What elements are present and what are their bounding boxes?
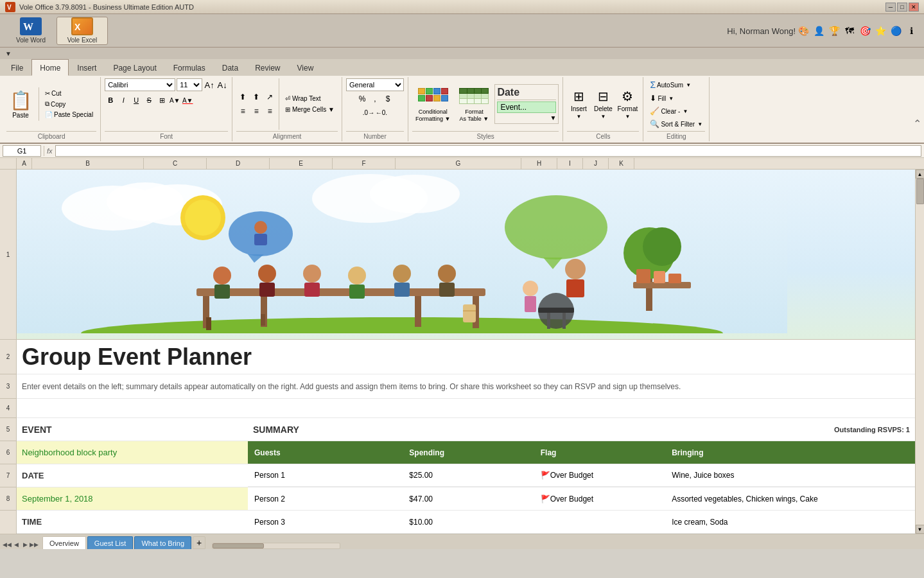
align-center-button[interactable]: ≡ <box>250 105 263 118</box>
select-all-button[interactable] <box>0 158 17 169</box>
strikethrough-button[interactable]: S <box>143 94 155 106</box>
sheet-tab-overview[interactable]: Overview <box>42 536 86 549</box>
scroll-thumb[interactable] <box>916 179 924 204</box>
align-top-left-button[interactable]: ⬆ <box>236 91 249 103</box>
formula-input[interactable] <box>55 145 921 157</box>
autosum-button[interactable]: Σ AutoSum ▼ <box>647 78 693 91</box>
col-header-a[interactable]: A <box>17 158 32 169</box>
comma-button[interactable]: , <box>369 93 381 105</box>
scroll-down-button[interactable]: ▼ <box>916 525 925 534</box>
clear-button[interactable]: 🧹 Clear - ▼ <box>647 105 690 117</box>
add-sheet-button[interactable]: + <box>193 536 205 549</box>
hscroll-track[interactable] <box>212 543 340 549</box>
paste-button[interactable]: 📋 Paste <box>6 87 35 121</box>
ribbon-tab-formulas[interactable]: Formulas <box>165 60 214 76</box>
event-value-cell[interactable]: Neighborhood block party <box>17 441 248 464</box>
percent-button[interactable]: % <box>356 93 368 105</box>
next-sheet-button[interactable]: ▶ <box>21 540 30 549</box>
align-top-center-button[interactable]: ⬆ <box>250 91 263 103</box>
format-button[interactable]: ⚙ Format ▼ <box>616 88 639 120</box>
row-header-3[interactable]: 3 <box>0 374 16 399</box>
qa-dropdown[interactable]: ▼ <box>5 50 12 57</box>
fill-color-button[interactable]: A▼ <box>169 94 180 106</box>
ribbon-tab-view[interactable]: View <box>289 60 322 76</box>
delete-button[interactable]: ⊟ Delete ▼ <box>591 88 615 120</box>
conditional-formatting-button[interactable]: ConditionalFormatting ▼ <box>412 83 453 125</box>
toolbar-icon-6[interactable]: ⭐ <box>874 24 887 37</box>
copy-button[interactable]: ⧉ Copy <box>42 99 96 109</box>
ribbon-tab-pagelayout[interactable]: Page Layout <box>105 60 164 76</box>
ribbon-tab-data[interactable]: Data <box>214 60 247 76</box>
align-left-button[interactable]: ≡ <box>236 105 249 118</box>
merge-cells-button[interactable]: ⊞ Merge Cells ▼ <box>282 105 338 114</box>
font-size-select[interactable]: 11 <box>177 78 202 91</box>
cell-style-dropdown[interactable]: ▼ <box>497 114 556 121</box>
cell-reference-box[interactable] <box>3 145 41 157</box>
toolbar-icon-5[interactable]: 🎯 <box>859 24 871 37</box>
scroll-track[interactable] <box>916 179 925 525</box>
vertical-scrollbar[interactable]: ▲ ▼ <box>915 170 924 534</box>
vole-word-tab[interactable]: W Vole Word <box>5 17 57 45</box>
scroll-up-button[interactable]: ▲ <box>916 170 925 179</box>
sort-filter-button[interactable]: 🔍 Sort & Filter ▼ <box>647 118 705 130</box>
col-header-c[interactable]: C <box>144 158 207 169</box>
toolbar-icon-7[interactable]: 🔵 <box>889 24 902 37</box>
row-header-8[interactable]: 8 <box>0 487 16 511</box>
align-top-right-button[interactable]: ↗ <box>263 91 276 103</box>
col-header-f[interactable]: F <box>333 158 396 169</box>
ribbon-tab-insert[interactable]: Insert <box>69 60 105 76</box>
toolbar-icon-4[interactable]: 🗺 <box>843 24 856 37</box>
col-header-k[interactable]: K <box>609 158 634 169</box>
bold-button[interactable]: B <box>105 94 116 106</box>
col-header-j[interactable]: J <box>583 158 609 169</box>
align-right-button[interactable]: ≡ <box>263 105 276 118</box>
date-value-cell[interactable]: September 1, 2018 <box>17 487 248 510</box>
underline-button[interactable]: U <box>130 94 142 106</box>
font-color-button[interactable]: A▼ <box>182 94 193 106</box>
last-sheet-button[interactable]: ▶▶ <box>30 540 39 549</box>
increase-decimal-button[interactable]: .0→ <box>363 107 374 118</box>
toolbar-icon-8[interactable]: ℹ <box>905 24 918 37</box>
format-as-table-button[interactable]: FormatAs Table ▼ <box>456 83 492 125</box>
row-header-4[interactable]: 4 <box>0 399 16 418</box>
col-header-e[interactable]: E <box>270 158 333 169</box>
ribbon-tab-file[interactable]: File <box>3 60 31 76</box>
hscroll-thumb[interactable] <box>213 543 264 548</box>
border-button[interactable]: ⊞ <box>156 94 168 106</box>
toolbar-icon-1[interactable]: 🎨 <box>797 24 810 37</box>
maximize-button[interactable]: □ <box>897 3 907 12</box>
col-header-i[interactable]: I <box>557 158 583 169</box>
row-header-6[interactable]: 6 <box>0 441 16 464</box>
italic-button[interactable]: I <box>118 94 129 106</box>
row-header-2[interactable]: 2 <box>0 340 16 374</box>
first-sheet-button[interactable]: ◀◀ <box>3 540 12 549</box>
sheet-tab-guestlist[interactable]: Guest List <box>87 536 134 549</box>
col-header-h[interactable]: H <box>521 158 557 169</box>
insert-button[interactable]: ⊞ Insert ▼ <box>567 88 590 120</box>
number-format-select[interactable]: General <box>346 78 404 91</box>
col-header-d[interactable]: D <box>207 158 270 169</box>
currency-button[interactable]: $ <box>382 93 394 105</box>
wrap-text-button[interactable]: ⏎ Wrap Text <box>282 94 338 103</box>
toolbar-icon-3[interactable]: 🏆 <box>828 24 841 37</box>
decrease-font-button[interactable]: A↓ <box>216 79 228 91</box>
col-header-b[interactable]: B <box>32 158 144 169</box>
decrease-decimal-button[interactable]: ←0. <box>376 107 387 118</box>
horizontal-scrollbar[interactable] <box>212 543 921 549</box>
ribbon-tab-review[interactable]: Review <box>247 60 288 76</box>
row-header-1[interactable]: 1 <box>0 170 16 340</box>
fill-button[interactable]: ⬇ Fill ▼ <box>647 92 676 104</box>
increase-font-button[interactable]: A↑ <box>204 79 215 91</box>
col-header-g[interactable]: G <box>396 158 521 169</box>
ribbon-collapse-button[interactable]: ⌃ <box>913 77 921 141</box>
close-button[interactable]: ✕ <box>909 3 919 12</box>
row-header-7[interactable]: 7 <box>0 464 16 487</box>
cut-button[interactable]: ✂ Cut <box>42 89 96 98</box>
paste-special-button[interactable]: 📄 Paste Special <box>42 110 96 119</box>
row-header-5[interactable]: 5 <box>0 418 16 441</box>
date-value-input[interactable]: Event... <box>497 101 556 113</box>
font-name-select[interactable]: Calibri <box>105 78 175 91</box>
prev-sheet-button[interactable]: ◀ <box>12 540 21 549</box>
minimize-button[interactable]: ─ <box>885 3 896 12</box>
vole-excel-tab[interactable]: X Vole Excel <box>57 17 108 45</box>
